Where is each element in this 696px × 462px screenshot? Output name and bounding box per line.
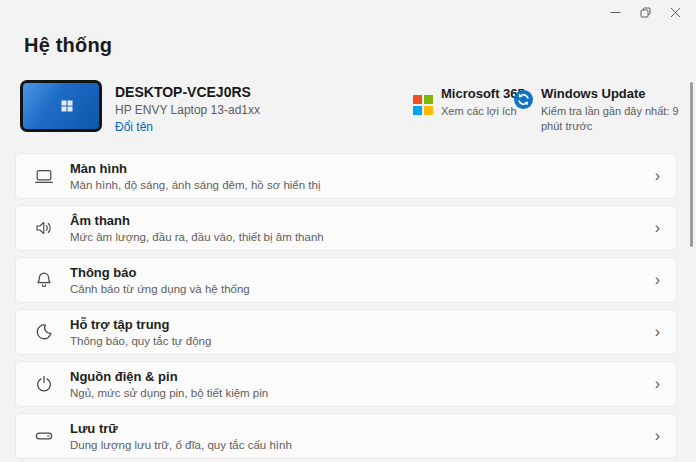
microsoft-logo bbox=[413, 90, 433, 119]
row-title: Lưu trữ bbox=[70, 421, 655, 436]
row-subtitle: Dung lượng lưu trữ, ổ đĩa, quy tắc cấu h… bbox=[70, 439, 655, 451]
chevron-right-icon: › bbox=[655, 376, 660, 392]
microsoft-365-subtitle: Xem các lợi ích bbox=[441, 104, 525, 119]
chevron-right-icon: › bbox=[655, 272, 660, 288]
row-title: Thông báo bbox=[70, 265, 655, 280]
windows-update-title: Windows Update bbox=[541, 86, 693, 101]
close-icon[interactable] bbox=[660, 0, 690, 24]
settings-row[interactable]: Âm thanh Mức âm lượng, đầu ra, đầu vào, … bbox=[15, 205, 677, 251]
settings-list: Màn hình Màn hình, độ sáng, ánh sáng đêm… bbox=[15, 153, 677, 459]
settings-row[interactable]: Hỗ trợ tập trung Thông báo, quy tắc tự đ… bbox=[15, 309, 677, 355]
display-icon bbox=[34, 166, 54, 186]
row-title: Màn hình bbox=[70, 161, 655, 176]
restore-icon[interactable] bbox=[630, 0, 660, 24]
settings-row[interactable]: Lưu trữ Dung lượng lưu trữ, ổ đĩa, quy t… bbox=[15, 413, 677, 459]
page-title: Hệ thống bbox=[24, 34, 112, 57]
row-subtitle: Thông báo, quy tắc tự động bbox=[70, 335, 655, 347]
chevron-right-icon: › bbox=[655, 220, 660, 236]
windows-update-subtitle: Kiểm tra lần gần đây nhất: 9 phút trước bbox=[541, 104, 693, 134]
device-model: HP ENVY Laptop 13-ad1xx bbox=[115, 103, 260, 117]
settings-row[interactable]: Màn hình Màn hình, độ sáng, ánh sáng đêm… bbox=[15, 153, 677, 199]
rename-link[interactable]: Đổi tên bbox=[115, 120, 260, 134]
device-info: DESKTOP-VCEJ0RS HP ENVY Laptop 13-ad1xx … bbox=[115, 84, 260, 134]
row-subtitle: Cảnh báo từ ứng dụng và hệ thống bbox=[70, 283, 655, 295]
row-title: Hỗ trợ tập trung bbox=[70, 317, 655, 332]
chevron-right-icon: › bbox=[655, 324, 660, 340]
window-controls bbox=[600, 0, 690, 24]
settings-row[interactable]: Nguồn điện & pin Ngủ, mức sử dụng pin, b… bbox=[15, 361, 677, 407]
device-name: DESKTOP-VCEJ0RS bbox=[115, 84, 260, 100]
chevron-right-icon: › bbox=[655, 168, 660, 184]
laptop-screen bbox=[23, 83, 99, 129]
titlebar bbox=[0, 0, 696, 30]
row-subtitle: Màn hình, độ sáng, ánh sáng đêm, hồ sơ h… bbox=[70, 179, 655, 191]
row-subtitle: Mức âm lượng, đầu ra, đầu vào, thiết bị … bbox=[70, 231, 655, 243]
row-subtitle: Ngủ, mức sử dụng pin, bộ tiết kiệm pin bbox=[70, 387, 655, 399]
minimize-icon[interactable] bbox=[600, 0, 630, 24]
storage-icon bbox=[34, 426, 54, 446]
notifications-icon bbox=[34, 270, 54, 290]
windows-logo-icon bbox=[62, 101, 73, 112]
focus-assist-icon bbox=[34, 322, 54, 342]
power-battery-icon bbox=[34, 374, 54, 394]
microsoft-365-title: Microsoft 365 bbox=[441, 86, 525, 101]
scrollbar[interactable] bbox=[690, 82, 693, 247]
windows-update-icon bbox=[514, 90, 533, 134]
settings-row[interactable]: Thông báo Cảnh báo từ ứng dụng và hệ thố… bbox=[15, 257, 677, 303]
windows-update-link[interactable]: Windows Update Kiểm tra lần gần đây nhất… bbox=[514, 86, 693, 134]
laptop-thumbnail bbox=[20, 80, 102, 132]
microsoft-365-link[interactable]: Microsoft 365 Xem các lợi ích bbox=[413, 86, 525, 119]
row-title: Nguồn điện & pin bbox=[70, 369, 655, 384]
chevron-right-icon: › bbox=[655, 428, 660, 444]
sound-icon bbox=[34, 218, 54, 238]
row-title: Âm thanh bbox=[70, 213, 655, 228]
